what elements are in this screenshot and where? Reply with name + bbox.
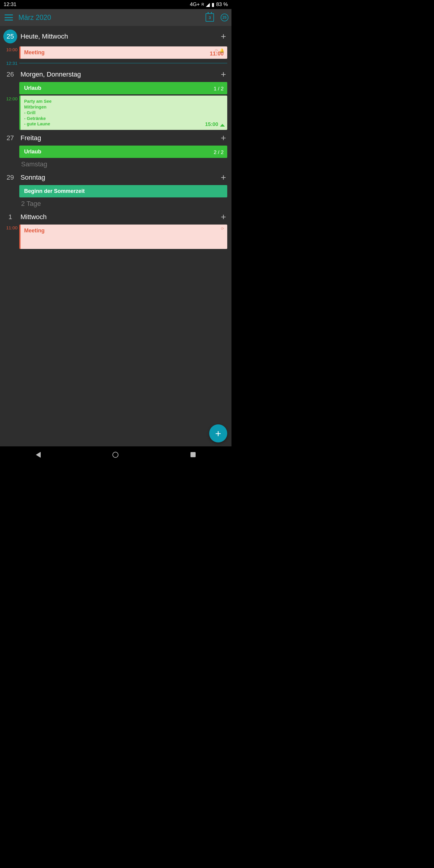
recents-button[interactable] (190, 452, 195, 457)
event-text-line: - Getränke (24, 116, 224, 121)
battery-pct: 83 % (216, 1, 228, 7)
event-card[interactable]: Meeting11:00⟳🔔 (19, 46, 227, 59)
event-start-time (3, 82, 19, 83)
divider-label: Samstag (21, 160, 227, 168)
event-title: Urlaub (24, 85, 224, 91)
event-counter: 2 / 2 (214, 150, 224, 156)
event-title: Beginn der Sommerzeit (24, 188, 224, 194)
add-event-button[interactable]: + (221, 32, 227, 41)
nav-bar (0, 446, 231, 463)
roaming-label: R (202, 2, 204, 7)
calendar-icon: 3 (206, 13, 214, 22)
event-title: Meeting (24, 50, 224, 56)
bell-icon: 🔔 (219, 48, 224, 53)
event-text-line: - Grill (24, 110, 224, 116)
day-number: 26 (2, 70, 18, 79)
event-row: 11:00Meeting⟳ (0, 224, 231, 238)
day-number: 29 (2, 174, 18, 181)
day-label: Sonntag (21, 174, 221, 181)
event-card[interactable]: Urlaub1 / 2 (19, 82, 227, 94)
add-event-button[interactable]: + (221, 213, 227, 221)
back-button[interactable] (36, 452, 41, 458)
collapse-icon[interactable] (220, 124, 225, 127)
status-time: 12:31 (4, 1, 17, 7)
add-event-button[interactable]: + (221, 173, 227, 182)
add-event-fab[interactable]: + (209, 424, 227, 442)
now-line (19, 63, 227, 64)
now-time: 12:31 (3, 61, 19, 66)
event-row: Urlaub1 / 2 (0, 82, 231, 95)
day-badge[interactable]: 25 (221, 13, 228, 22)
home-button[interactable] (113, 452, 119, 458)
event-text-line: Mitbringen (24, 104, 224, 110)
signal-icon: ◢ (206, 1, 210, 8)
day-number: 25 (3, 30, 17, 43)
event-text-line: - gute Laune (24, 121, 224, 127)
event-counter: 1 / 2 (214, 86, 224, 92)
day-number: 1 (2, 213, 18, 221)
event-card[interactable]: Urlaub2 / 2 (19, 146, 227, 158)
event-row: 12:00Party am SeeMitbringen- Grill- Getr… (0, 95, 231, 130)
event-start-time: 10:00 (3, 46, 19, 52)
event-card[interactable]: Party am SeeMitbringen- Grill- Getränke-… (19, 96, 227, 130)
add-event-button[interactable]: + (221, 70, 227, 79)
event-title: Meeting (24, 227, 224, 234)
event-text-line: Party am See (24, 98, 224, 104)
day-label: Freitag (21, 134, 221, 142)
app-title[interactable]: März 2020 (19, 13, 206, 22)
today-button[interactable]: 3 (206, 13, 214, 22)
battery-icon: ▮ (212, 1, 214, 8)
event-start-time: 11:00 (3, 224, 19, 230)
event-start-time (3, 185, 19, 186)
day-label: Morgen, Donnerstag (21, 70, 221, 79)
event-indicator-icons: ⟳🔔 (215, 48, 224, 53)
day-header[interactable]: 29Sonntag+ (0, 170, 231, 184)
event-row: 10:00Meeting11:00⟳🔔 (0, 46, 231, 59)
now-indicator: 12:31 (0, 59, 231, 67)
day-divider: Samstag (0, 158, 231, 170)
repeat-icon: ⟳ (221, 226, 224, 231)
event-start-time: 12:00 (3, 96, 19, 101)
day-header[interactable]: 26Morgen, Donnerstag+ (0, 67, 231, 82)
network-label: 4G+ (190, 1, 200, 7)
menu-icon[interactable] (4, 14, 13, 21)
divider-label: 2 Tage (21, 200, 227, 208)
event-start-time (3, 146, 19, 146)
day-label: Heute, Mittwoch (21, 33, 221, 40)
repeat-icon: ⟳ (215, 48, 218, 53)
event-title: Urlaub (24, 149, 224, 155)
agenda-list[interactable]: 25Heute, Mittwoch+10:00Meeting11:00⟳🔔12:… (0, 26, 231, 446)
day-header[interactable]: 1Mittwoch+ (0, 210, 231, 224)
event-row: Urlaub2 / 2 (0, 145, 231, 158)
day-header[interactable]: 25Heute, Mittwoch+ (0, 27, 231, 46)
event-end-time: 15:00 (205, 121, 218, 127)
day-label: Mittwoch (21, 213, 221, 221)
event-row: Beginn der Sommerzeit (0, 184, 231, 198)
event-card[interactable]: Beginn der Sommerzeit (19, 185, 227, 197)
day-header[interactable]: 27Freitag+ (0, 130, 231, 145)
app-bar: März 2020 3 25 (0, 9, 231, 26)
event-indicator-icons: ⟳ (221, 226, 224, 231)
event-card[interactable]: Meeting⟳ (19, 224, 227, 249)
day-number: 27 (2, 134, 18, 142)
add-event-button[interactable]: + (221, 133, 227, 143)
status-bar: 12:31 4G+ R ◢ ▮ 83 % (0, 0, 231, 9)
day-divider: 2 Tage (0, 198, 231, 210)
